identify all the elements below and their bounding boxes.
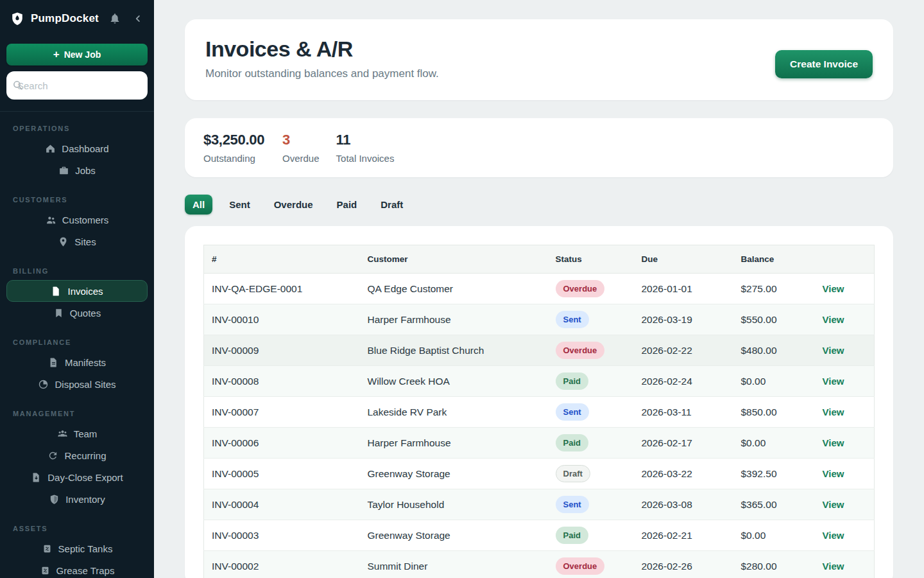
due-date-cell: 2026-03-19 — [634, 304, 733, 335]
stat-overdue: 3Overdue — [282, 132, 320, 164]
sidebar-item-disposal-sites[interactable]: Disposal Sites — [6, 373, 148, 395]
invoices-table: #CustomerStatusDueBalance INV-QA-EDGE-00… — [203, 245, 875, 578]
sidebar-header: PumpDocket — [0, 0, 154, 37]
view-invoice-link[interactable]: View — [823, 437, 844, 448]
create-invoice-button[interactable]: Create Invoice — [775, 50, 873, 78]
sidebar-item-label: Day-Close Export — [47, 472, 123, 483]
sidebar-item-label: Septic Tanks — [58, 543, 113, 554]
invoice-number-cell: INV-00006 — [204, 428, 360, 459]
filter-tab-all[interactable]: All — [185, 195, 212, 215]
stat-value: 3 — [282, 132, 320, 148]
status-cell: Overdue — [548, 335, 634, 366]
table-row: INV-00009Blue Ridge Baptist ChurchOverdu… — [204, 335, 875, 366]
sidebar-section-operations: OPERATIONSDashboardJobs — [6, 125, 148, 181]
invoice-number-cell: INV-QA-EDGE-0001 — [204, 274, 360, 304]
view-invoice-link[interactable]: View — [823, 407, 844, 417]
status-cell: Sent — [548, 397, 634, 428]
balance-cell: $0.00 — [733, 520, 815, 551]
search-input[interactable] — [6, 71, 148, 100]
filter-tab-overdue[interactable]: Overdue — [267, 195, 320, 215]
stat-label: Total Invoices — [336, 153, 395, 164]
sidebar-item-label: Team — [74, 428, 98, 439]
action-cell: View — [815, 551, 875, 578]
stat-total-invoices: 11Total Invoices — [336, 132, 395, 164]
customer-cell: Greenway Storage — [360, 520, 548, 551]
balance-cell: $275.00 — [733, 274, 815, 304]
due-date-cell: 2026-03-08 — [634, 489, 733, 520]
sidebar-item-customers[interactable]: Customers — [6, 209, 148, 231]
sidebar-item-day-close-export[interactable]: Day-Close Export — [6, 466, 148, 488]
filter-tab-paid[interactable]: Paid — [330, 195, 364, 215]
sidebar-item-recurring[interactable]: Recurring — [6, 444, 148, 466]
stat-value: $3,250.00 — [203, 132, 266, 148]
sidebar-item-grease-traps[interactable]: Grease Traps — [6, 559, 148, 578]
main-content: Invoices & A/R Monitor outstanding balan… — [154, 0, 924, 578]
document-icon — [51, 286, 62, 297]
status-badge: Sent — [556, 403, 589, 421]
invoice-number-cell: INV-00010 — [204, 304, 360, 335]
sidebar-item-label: Quotes — [70, 308, 101, 319]
due-date-cell: 2026-02-24 — [634, 366, 733, 397]
filter-tab-draft[interactable]: Draft — [373, 195, 410, 215]
table-row: INV-QA-EDGE-0001QA Edge CustomerOverdue2… — [204, 274, 875, 304]
status-cell: Overdue — [548, 274, 634, 304]
customer-cell: Blue Ridge Baptist Church — [360, 335, 548, 366]
status-cell: Paid — [548, 428, 634, 459]
status-cell: Sent — [548, 489, 634, 520]
status-cell: Paid — [548, 366, 634, 397]
tank-icon — [40, 565, 51, 576]
sidebar-section-customers: CUSTOMERSCustomersSites — [6, 196, 148, 252]
page-header-text: Invoices & A/R Monitor outstanding balan… — [205, 37, 439, 80]
sidebar-item-manifests[interactable]: Manifests — [6, 351, 148, 373]
action-cell: View — [815, 335, 875, 366]
sidebar-item-septic-tanks[interactable]: Septic Tanks — [6, 538, 148, 559]
sidebar-item-jobs[interactable]: Jobs — [6, 159, 148, 181]
sidebar-item-invoices[interactable]: Invoices — [6, 280, 148, 302]
view-invoice-link[interactable]: View — [823, 314, 844, 325]
notifications-bell-icon[interactable] — [109, 13, 121, 24]
table-row: INV-00010Harper FarmhouseSent2026-03-19$… — [204, 304, 875, 335]
view-invoice-link[interactable]: View — [823, 283, 844, 294]
due-date-cell: 2026-01-01 — [634, 274, 733, 304]
new-job-button[interactable]: + New Job — [6, 44, 148, 66]
page-title: Invoices & A/R — [205, 37, 439, 62]
status-cell: Overdue — [548, 551, 634, 578]
action-cell: View — [815, 397, 875, 428]
sidebar-item-quotes[interactable]: Quotes — [6, 302, 148, 324]
view-invoice-link[interactable]: View — [823, 468, 844, 479]
due-date-cell: 2026-02-26 — [634, 551, 733, 578]
table-row: INV-00005Greenway StorageDraft2026-03-22… — [204, 459, 875, 489]
download-doc-icon — [31, 472, 42, 483]
column-header-status: Status — [548, 245, 634, 274]
sidebar-section-label: MANAGEMENT — [13, 410, 141, 417]
column-header-balance: Balance — [733, 245, 815, 274]
sidebar-section-label: BILLING — [13, 267, 141, 275]
sidebar-item-label: Disposal Sites — [55, 379, 116, 390]
sidebar-item-dashboard[interactable]: Dashboard — [6, 137, 148, 159]
sidebar-section-label: CUSTOMERS — [13, 196, 141, 204]
sidebar-item-label: Manifests — [65, 357, 106, 368]
column-header-due: Due — [634, 245, 733, 274]
balance-cell: $365.00 — [733, 489, 815, 520]
table-header-row: #CustomerStatusDueBalance — [204, 245, 875, 274]
view-invoice-link[interactable]: View — [823, 499, 844, 510]
sidebar-search — [6, 71, 148, 100]
view-invoice-link[interactable]: View — [823, 530, 844, 541]
balance-cell: $0.00 — [733, 428, 815, 459]
status-badge: Sent — [556, 311, 589, 328]
view-invoice-link[interactable]: View — [823, 561, 844, 572]
people-icon — [46, 215, 56, 225]
sidebar-item-inventory[interactable]: Inventory — [6, 488, 148, 510]
briefcase-icon — [58, 165, 69, 176]
filter-tab-sent[interactable]: Sent — [222, 195, 257, 215]
invoice-number-cell: INV-00005 — [204, 459, 360, 489]
view-invoice-link[interactable]: View — [823, 376, 844, 387]
view-invoice-link[interactable]: View — [823, 345, 844, 356]
sidebar-item-team[interactable]: Team — [6, 423, 148, 444]
collapse-sidebar-chevron-icon[interactable] — [132, 13, 144, 24]
sidebar-item-label: Sites — [74, 236, 96, 247]
sidebar-section-label: OPERATIONS — [13, 125, 141, 132]
page-subtitle: Monitor outstanding balances and payment… — [205, 67, 439, 80]
sidebar-item-sites[interactable]: Sites — [6, 231, 148, 252]
status-badge: Overdue — [556, 342, 605, 359]
